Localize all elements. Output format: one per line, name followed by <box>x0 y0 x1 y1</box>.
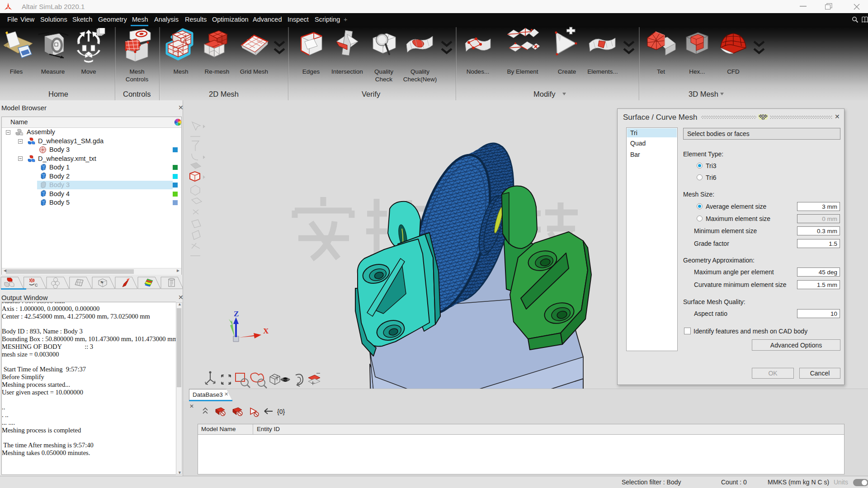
svg-text:C: C <box>35 283 38 287</box>
svg-text:{0}: {0} <box>277 408 285 415</box>
svg-text:X: X <box>263 327 269 335</box>
svg-text:N: N <box>101 281 103 284</box>
svg-text:Z: Z <box>234 310 239 318</box>
